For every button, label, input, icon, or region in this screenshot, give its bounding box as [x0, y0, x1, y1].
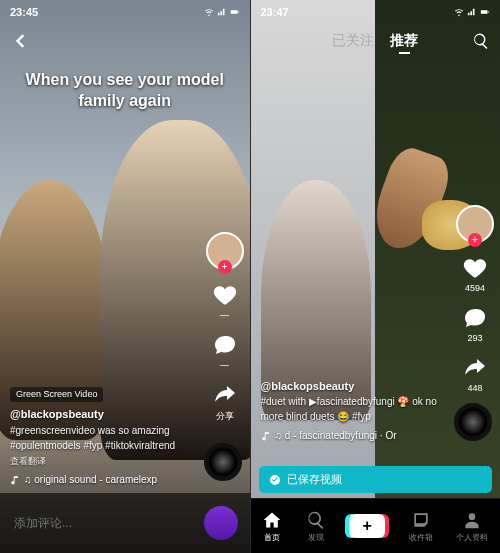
follow-plus-icon[interactable]: + [468, 233, 482, 247]
comment-icon [463, 306, 487, 330]
share-count: 448 [467, 383, 482, 393]
battery-icon [480, 7, 490, 17]
heart-icon [462, 255, 488, 281]
follow-plus-icon[interactable]: + [218, 260, 232, 274]
status-time: 23:47 [261, 6, 289, 18]
plus-icon: + [363, 517, 372, 535]
nav-inbox[interactable]: 收件箱 [409, 510, 433, 543]
tab-following[interactable]: 已关注 [332, 32, 374, 50]
author-avatar[interactable]: + [206, 232, 244, 270]
author-avatar[interactable]: + [456, 205, 494, 243]
saved-text: 已保存视频 [287, 472, 342, 487]
nav-profile[interactable]: 个人资料 [456, 510, 488, 543]
comment-button[interactable]: — [212, 332, 238, 370]
music-note-icon [10, 475, 20, 485]
wifi-icon [454, 7, 464, 17]
share-icon [213, 383, 237, 407]
back-button[interactable] [10, 31, 30, 51]
share-icon [463, 356, 487, 380]
search-icon [306, 510, 326, 530]
action-rail: + 4594 293 448 [456, 205, 494, 393]
effect-tag[interactable]: Green Screen Video [10, 387, 103, 403]
chevron-left-icon [10, 31, 30, 51]
status-bar: 23:47 [251, 0, 501, 24]
translate-hint[interactable]: 查看翻译 [10, 455, 190, 469]
music-info[interactable]: ♫ original sound - caramelexp [10, 472, 190, 487]
like-button[interactable]: 4594 [462, 255, 488, 293]
search-icon [472, 32, 490, 50]
wifi-icon [204, 7, 214, 17]
video-caption-overlay: When you see your model family again [20, 70, 230, 112]
top-nav: 已关注 推荐 [251, 24, 501, 58]
inbox-icon [411, 510, 431, 530]
search-button[interactable] [470, 31, 490, 51]
music-text: ♫ original sound - caramelexp [24, 472, 157, 487]
nav-home[interactable]: 首页 [262, 510, 282, 543]
share-label: 分享 [216, 410, 234, 423]
nav-discover-label: 发现 [308, 532, 324, 543]
nav-home-label: 首页 [264, 532, 280, 543]
comment-button[interactable]: 293 [462, 305, 488, 343]
video-description[interactable]: #greenscreenvideo was so amazing #opulen… [10, 425, 175, 451]
action-rail: + — — 分享 [206, 232, 244, 423]
comment-icon [213, 333, 237, 357]
nav-create[interactable]: + [349, 514, 385, 538]
video-feed-pane-right: 23:47 已关注 推荐 + 4594 [251, 0, 501, 553]
status-icons [204, 7, 240, 17]
video-meta: Green Screen Video @blackopsbeauty #gree… [10, 386, 190, 488]
signal-icon [217, 7, 227, 17]
status-time: 23:45 [10, 6, 38, 18]
heart-icon [212, 282, 238, 308]
comment-count: 293 [467, 333, 482, 343]
share-button[interactable]: 分享 [212, 382, 238, 423]
home-icon [262, 510, 282, 530]
music-text: ♫ d - fascinatedbyfungi · Or [275, 428, 397, 443]
comment-bar [0, 493, 250, 553]
nav-inbox-label: 收件箱 [409, 532, 433, 543]
music-disc[interactable] [204, 443, 242, 481]
like-button[interactable]: — [212, 282, 238, 320]
battery-icon [230, 7, 240, 17]
saved-banner[interactable]: 已保存视频 [259, 466, 493, 493]
music-disc[interactable] [454, 403, 492, 441]
signal-icon [467, 7, 477, 17]
username[interactable]: @blackopsbeauty [10, 408, 104, 420]
action-fab[interactable] [204, 506, 238, 540]
comment-input[interactable] [12, 515, 196, 531]
music-note-icon [261, 431, 271, 441]
tab-recommend[interactable]: 推荐 [390, 32, 418, 50]
nav-profile-label: 个人资料 [456, 532, 488, 543]
check-circle-icon [269, 474, 281, 486]
profile-icon [462, 510, 482, 530]
like-count: — [220, 310, 229, 320]
nav-discover[interactable]: 发现 [306, 510, 326, 543]
video-meta: @blackopsbeauty #duet with ▶fascinatedby… [261, 378, 441, 444]
top-nav [0, 24, 250, 58]
share-button[interactable]: 448 [462, 355, 488, 393]
like-count: 4594 [465, 283, 485, 293]
status-bar: 23:45 [0, 0, 250, 24]
video-description[interactable]: #duet with ▶fascinatedbyfungi 🍄 ok no mo… [261, 396, 437, 422]
video-feed-pane-left: 23:45 When you see your model family aga… [0, 0, 251, 553]
status-icons [454, 7, 490, 17]
music-info[interactable]: ♫ d - fascinatedbyfungi · Or [261, 428, 441, 443]
comment-count: — [220, 360, 229, 370]
bottom-nav: 首页 发现 + 收件箱 个人资料 [251, 498, 501, 553]
username[interactable]: @blackopsbeauty [261, 380, 355, 392]
